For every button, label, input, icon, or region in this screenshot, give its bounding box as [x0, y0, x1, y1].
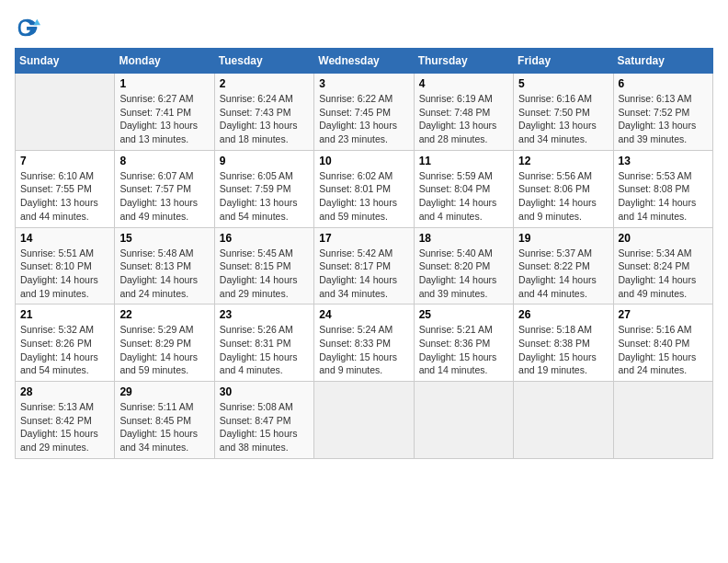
calendar-week-row: 14Sunrise: 5:51 AM Sunset: 8:10 PM Dayli…: [16, 227, 713, 304]
calendar-cell: 1Sunrise: 6:27 AM Sunset: 7:41 PM Daylig…: [115, 74, 214, 151]
day-info: Sunrise: 5:48 AM Sunset: 8:13 PM Dayligh…: [119, 247, 209, 301]
day-info: Sunrise: 6:24 AM Sunset: 7:43 PM Dayligh…: [220, 92, 309, 146]
day-info: Sunrise: 5:34 AM Sunset: 8:24 PM Dayligh…: [619, 247, 708, 301]
calendar-cell: [514, 382, 613, 459]
day-number: 27: [619, 308, 708, 321]
day-number: 30: [220, 385, 309, 398]
day-info: Sunrise: 5:51 AM Sunset: 8:10 PM Dayligh…: [20, 247, 109, 301]
day-info: Sunrise: 5:56 AM Sunset: 8:06 PM Dayligh…: [518, 169, 608, 224]
column-header-sunday: Sunday: [16, 49, 115, 74]
day-number: 16: [220, 232, 309, 245]
calendar-cell: 21Sunrise: 5:32 AM Sunset: 8:26 PM Dayli…: [16, 304, 115, 382]
day-info: Sunrise: 5:26 AM Sunset: 8:31 PM Dayligh…: [220, 323, 309, 377]
day-number: 7: [20, 155, 109, 167]
day-number: 23: [220, 308, 309, 321]
day-info: Sunrise: 5:59 AM Sunset: 8:04 PM Dayligh…: [419, 169, 508, 224]
column-header-monday: Monday: [115, 49, 214, 74]
day-number: 4: [419, 77, 508, 90]
day-number: 22: [119, 308, 209, 321]
day-info: Sunrise: 6:07 AM Sunset: 7:57 PM Dayligh…: [119, 169, 209, 224]
calendar-cell: 22Sunrise: 5:29 AM Sunset: 8:29 PM Dayli…: [115, 304, 214, 382]
day-number: 25: [419, 308, 508, 321]
calendar-week-row: 28Sunrise: 5:13 AM Sunset: 8:42 PM Dayli…: [16, 382, 713, 459]
calendar-cell: 12Sunrise: 5:56 AM Sunset: 8:06 PM Dayli…: [514, 150, 613, 227]
calendar-cell: 2Sunrise: 6:24 AM Sunset: 7:43 PM Daylig…: [214, 74, 313, 151]
calendar-cell: 5Sunrise: 6:16 AM Sunset: 7:50 PM Daylig…: [514, 74, 613, 151]
calendar-cell: 29Sunrise: 5:11 AM Sunset: 8:45 PM Dayli…: [115, 382, 214, 459]
calendar-cell: 30Sunrise: 5:08 AM Sunset: 8:47 PM Dayli…: [214, 382, 313, 459]
day-info: Sunrise: 5:11 AM Sunset: 8:45 PM Dayligh…: [119, 400, 209, 454]
day-info: Sunrise: 5:40 AM Sunset: 8:20 PM Dayligh…: [419, 247, 508, 301]
calendar-cell: [314, 382, 414, 459]
day-number: 10: [319, 155, 408, 167]
day-info: Sunrise: 5:18 AM Sunset: 8:38 PM Dayligh…: [518, 323, 608, 377]
column-header-wednesday: Wednesday: [314, 49, 414, 74]
day-number: 12: [518, 155, 608, 167]
day-number: 15: [119, 232, 209, 245]
column-header-saturday: Saturday: [613, 49, 712, 74]
calendar-cell: [16, 74, 115, 151]
day-number: 8: [119, 155, 209, 167]
calendar-cell: 9Sunrise: 6:05 AM Sunset: 7:59 PM Daylig…: [214, 150, 313, 227]
calendar-cell: 3Sunrise: 6:22 AM Sunset: 7:45 PM Daylig…: [314, 74, 414, 151]
calendar-cell: 20Sunrise: 5:34 AM Sunset: 8:24 PM Dayli…: [613, 227, 712, 304]
day-number: 26: [518, 308, 608, 321]
calendar-cell: 17Sunrise: 5:42 AM Sunset: 8:17 PM Dayli…: [314, 227, 414, 304]
day-number: 3: [319, 77, 408, 90]
day-info: Sunrise: 5:08 AM Sunset: 8:47 PM Dayligh…: [220, 400, 309, 454]
day-number: 28: [20, 385, 109, 398]
calendar-cell: 15Sunrise: 5:48 AM Sunset: 8:13 PM Dayli…: [115, 227, 214, 304]
day-info: Sunrise: 5:24 AM Sunset: 8:33 PM Dayligh…: [319, 323, 408, 377]
calendar-cell: 18Sunrise: 5:40 AM Sunset: 8:20 PM Dayli…: [414, 227, 513, 304]
day-number: 24: [319, 308, 408, 321]
day-info: Sunrise: 5:16 AM Sunset: 8:40 PM Dayligh…: [619, 323, 708, 377]
calendar-cell: 11Sunrise: 5:59 AM Sunset: 8:04 PM Dayli…: [414, 150, 513, 227]
calendar-cell: 27Sunrise: 5:16 AM Sunset: 8:40 PM Dayli…: [613, 304, 712, 382]
day-number: 18: [419, 232, 508, 245]
calendar-cell: 24Sunrise: 5:24 AM Sunset: 8:33 PM Dayli…: [314, 304, 414, 382]
calendar-cell: 23Sunrise: 5:26 AM Sunset: 8:31 PM Dayli…: [214, 304, 313, 382]
day-number: 13: [619, 155, 708, 167]
calendar-cell: 26Sunrise: 5:18 AM Sunset: 8:38 PM Dayli…: [514, 304, 613, 382]
day-number: 14: [20, 232, 109, 245]
column-header-thursday: Thursday: [414, 49, 513, 74]
day-number: 21: [20, 308, 109, 321]
column-header-friday: Friday: [514, 49, 613, 74]
calendar-cell: 7Sunrise: 6:10 AM Sunset: 7:55 PM Daylig…: [16, 150, 115, 227]
calendar-header-row: SundayMondayTuesdayWednesdayThursdayFrid…: [16, 49, 713, 74]
day-info: Sunrise: 5:21 AM Sunset: 8:36 PM Dayligh…: [419, 323, 508, 377]
day-info: Sunrise: 5:13 AM Sunset: 8:42 PM Dayligh…: [20, 400, 109, 454]
calendar-cell: 6Sunrise: 6:13 AM Sunset: 7:52 PM Daylig…: [613, 74, 712, 151]
day-info: Sunrise: 5:29 AM Sunset: 8:29 PM Dayligh…: [119, 323, 209, 377]
calendar-cell: 4Sunrise: 6:19 AM Sunset: 7:48 PM Daylig…: [414, 74, 513, 151]
calendar-cell: 10Sunrise: 6:02 AM Sunset: 8:01 PM Dayli…: [314, 150, 414, 227]
day-info: Sunrise: 6:13 AM Sunset: 7:52 PM Dayligh…: [619, 92, 708, 146]
day-number: 17: [319, 232, 408, 245]
calendar-cell: [414, 382, 513, 459]
calendar-week-row: 7Sunrise: 6:10 AM Sunset: 7:55 PM Daylig…: [16, 150, 713, 227]
day-number: 2: [220, 77, 309, 90]
calendar-cell: 19Sunrise: 5:37 AM Sunset: 8:22 PM Dayli…: [514, 227, 613, 304]
calendar-cell: 28Sunrise: 5:13 AM Sunset: 8:42 PM Dayli…: [16, 382, 115, 459]
day-number: 5: [518, 77, 608, 90]
day-number: 9: [220, 155, 309, 167]
calendar-cell: 16Sunrise: 5:45 AM Sunset: 8:15 PM Dayli…: [214, 227, 313, 304]
day-info: Sunrise: 5:37 AM Sunset: 8:22 PM Dayligh…: [518, 247, 608, 301]
day-number: 19: [518, 232, 608, 245]
day-info: Sunrise: 5:42 AM Sunset: 8:17 PM Dayligh…: [319, 247, 408, 301]
day-info: Sunrise: 6:16 AM Sunset: 7:50 PM Dayligh…: [518, 92, 608, 146]
logo: [15, 15, 44, 40]
calendar-cell: 13Sunrise: 5:53 AM Sunset: 8:08 PM Dayli…: [613, 150, 712, 227]
day-info: Sunrise: 5:45 AM Sunset: 8:15 PM Dayligh…: [220, 247, 309, 301]
day-info: Sunrise: 5:32 AM Sunset: 8:26 PM Dayligh…: [20, 323, 109, 377]
day-info: Sunrise: 6:27 AM Sunset: 7:41 PM Dayligh…: [119, 92, 209, 146]
day-number: 20: [619, 232, 708, 245]
calendar-cell: 8Sunrise: 6:07 AM Sunset: 7:57 PM Daylig…: [115, 150, 214, 227]
column-header-tuesday: Tuesday: [214, 49, 313, 74]
day-info: Sunrise: 5:53 AM Sunset: 8:08 PM Dayligh…: [619, 169, 708, 224]
logo-icon: [15, 15, 40, 40]
day-info: Sunrise: 6:02 AM Sunset: 8:01 PM Dayligh…: [319, 169, 408, 224]
calendar-cell: 25Sunrise: 5:21 AM Sunset: 8:36 PM Dayli…: [414, 304, 513, 382]
day-info: Sunrise: 6:05 AM Sunset: 7:59 PM Dayligh…: [220, 169, 309, 224]
calendar-cell: [613, 382, 712, 459]
